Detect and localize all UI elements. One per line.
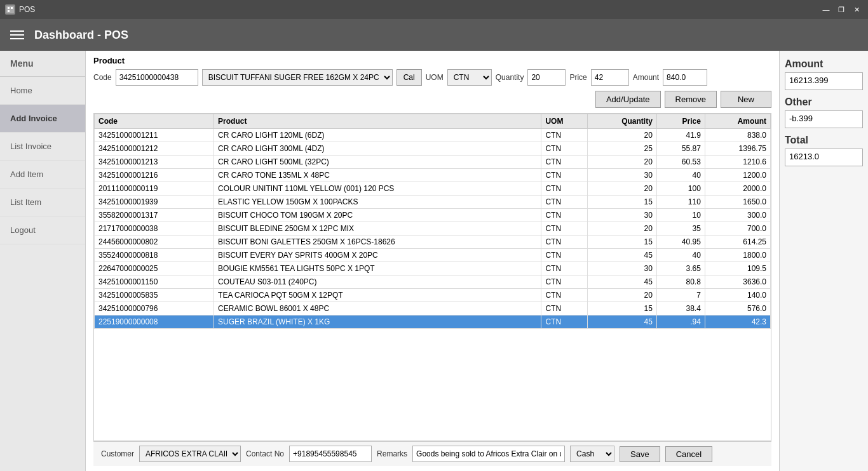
- product-section: Product Code BISCUIT TUFFANI SUGER FREE …: [93, 56, 771, 86]
- amount-label: Amount: [633, 73, 659, 82]
- cell-price: 41.9: [656, 129, 705, 142]
- sidebar-item-logout[interactable]: Logout: [0, 216, 85, 244]
- cell-quantity: 30: [587, 169, 656, 182]
- table-row[interactable]: 34251000001216 CR CARO TONE 135ML X 48PC…: [95, 169, 771, 182]
- uom-select[interactable]: CTN: [447, 69, 492, 86]
- table-row[interactable]: 35524000000818 BISCUIT EVERY DAY SPRITS …: [95, 249, 771, 262]
- svg-rect-3: [8, 10, 10, 12]
- code-label: Code: [93, 73, 112, 82]
- cell-product: CR CARO LIGHT 500ML (32PC): [214, 156, 541, 169]
- col-product: Product: [214, 114, 541, 129]
- table-row[interactable]: 34251000001213 CR CARO LIGHT 500ML (32PC…: [95, 156, 771, 169]
- table-row[interactable]: 20111000000119 COLOUR UNITINT 110ML YELL…: [95, 182, 771, 196]
- product-select[interactable]: BISCUIT TUFFANI SUGER FREE 162GM X 24PC: [202, 69, 393, 86]
- cell-uom: CTN: [541, 315, 587, 329]
- table-row[interactable]: 34251000005835 TEA CARIOCA PQT 50GM X 12…: [95, 289, 771, 302]
- cell-price: 55.87: [656, 142, 705, 156]
- sidebar-menu-label: Menu: [0, 51, 85, 77]
- remarks-input[interactable]: [412, 446, 565, 462]
- quantity-label: Quantity: [496, 73, 524, 82]
- product-title: Product: [93, 56, 771, 65]
- cell-code: 34251000001211: [95, 129, 214, 142]
- sidebar-item-add-invoice[interactable]: Add Invoice: [0, 105, 85, 133]
- cell-uom: CTN: [541, 262, 587, 275]
- table-row[interactable]: 34251000001212 CR CARO LIGHT 300ML (4DZ)…: [95, 142, 771, 156]
- cell-quantity: 45: [587, 275, 656, 289]
- cell-amount: 1210.6: [705, 156, 770, 169]
- cell-uom: CTN: [541, 236, 587, 249]
- table-row[interactable]: 24456000000802 BISCUIT BONI GALETTES 250…: [95, 236, 771, 249]
- new-button[interactable]: New: [721, 91, 771, 108]
- cancel-button[interactable]: Cancel: [665, 446, 712, 462]
- code-input[interactable]: [116, 69, 198, 86]
- cell-code: 21717000000038: [95, 222, 214, 236]
- sidebar-item-add-item[interactable]: Add Item: [0, 161, 85, 189]
- sidebar: Menu Home Add Invoice List Invoice Add I…: [0, 51, 86, 471]
- cell-product: COLOUR UNITINT 110ML YELLOW (001) 120 PC…: [214, 182, 541, 196]
- contact-input[interactable]: [289, 446, 372, 462]
- cell-code: 20111000000119: [95, 182, 214, 196]
- close-button[interactable]: ✕: [850, 3, 863, 16]
- sidebar-item-list-item[interactable]: List Item: [0, 189, 85, 216]
- cell-amount: 1200.0: [705, 169, 770, 182]
- price-label: Price: [569, 73, 587, 82]
- table-row[interactable]: 34251000001211 CR CARO LIGHT 120ML (6DZ)…: [95, 129, 771, 142]
- cell-quantity: 20: [587, 289, 656, 302]
- table-header: Code Product UOM Quantity Price Amount: [95, 114, 771, 129]
- cell-quantity: 20: [587, 182, 656, 196]
- total-section: Total 16213.0: [785, 135, 863, 166]
- price-input[interactable]: [591, 69, 629, 86]
- cell-quantity: 20: [587, 156, 656, 169]
- table-row[interactable]: 22519000000008 SUGER BRAZIL (WHITE) X 1K…: [95, 315, 771, 329]
- cell-quantity: 20: [587, 222, 656, 236]
- cell-price: 35: [656, 222, 705, 236]
- table-row[interactable]: 34251000000796 CERAMIC BOWL 86001 X 48PC…: [95, 302, 771, 315]
- header-title: Dashboard - POS: [34, 29, 128, 42]
- quantity-input[interactable]: [527, 69, 566, 86]
- table-row[interactable]: 34251000001150 COUTEAU S03-011 (240PC) C…: [95, 275, 771, 289]
- cell-amount: 42.3: [705, 315, 770, 329]
- cell-product: CR CARO TONE 135ML X 48PC: [214, 169, 541, 182]
- cell-uom: CTN: [541, 275, 587, 289]
- customer-select[interactable]: AFRICOS EXTRA CLAIR: [139, 446, 241, 462]
- cell-price: .94: [656, 315, 705, 329]
- hamburger-menu[interactable]: [10, 30, 24, 39]
- right-panel: Amount 16213.399 Other -b.399 Total 1621…: [779, 51, 868, 471]
- amount-panel-value: 16213.399: [785, 72, 863, 90]
- table-row[interactable]: 21717000000038 BISCUIT BLEDINE 250GM X 1…: [95, 222, 771, 236]
- sidebar-item-list-invoice[interactable]: List Invoice: [0, 133, 85, 161]
- customer-label: Customer: [101, 449, 134, 458]
- amount-input[interactable]: [663, 69, 707, 86]
- cell-price: 10: [656, 209, 705, 222]
- col-price: Price: [656, 114, 705, 129]
- cell-quantity: 30: [587, 209, 656, 222]
- cell-code: 34251000001213: [95, 156, 214, 169]
- cell-product: CR CARO LIGHT 300ML (4DZ): [214, 142, 541, 156]
- cell-price: 110: [656, 196, 705, 209]
- cell-uom: CTN: [541, 129, 587, 142]
- cell-price: 100: [656, 182, 705, 196]
- add-update-button[interactable]: Add/Update: [595, 91, 661, 108]
- cell-code: 22519000000008: [95, 315, 214, 329]
- cell-code: 35582000001317: [95, 209, 214, 222]
- cell-price: 40: [656, 169, 705, 182]
- sidebar-item-home[interactable]: Home: [0, 77, 85, 105]
- cell-price: 60.53: [656, 156, 705, 169]
- cell-product: BISCUIT BLEDINE 250GM X 12PC MIX: [214, 222, 541, 236]
- main-layout: Menu Home Add Invoice List Invoice Add I…: [0, 51, 868, 471]
- remove-button[interactable]: Remove: [665, 91, 717, 108]
- table-row[interactable]: 34251000001939 ELASTIC YELLOW 150GM X 10…: [95, 196, 771, 209]
- minimize-button[interactable]: —: [820, 3, 832, 16]
- cell-code: 34251000001212: [95, 142, 214, 156]
- maximize-button[interactable]: ❐: [835, 3, 848, 16]
- cell-amount: 109.5: [705, 262, 770, 275]
- table-row[interactable]: 35582000001317 BISCUIT CHOCO TOM 190GM X…: [95, 209, 771, 222]
- cell-code: 35524000000818: [95, 249, 214, 262]
- cell-amount: 1650.0: [705, 196, 770, 209]
- cal-button[interactable]: Cal: [397, 69, 422, 86]
- cell-uom: CTN: [541, 196, 587, 209]
- payment-select[interactable]: CashCreditCheque: [570, 446, 614, 462]
- col-quantity: Quantity: [587, 114, 656, 129]
- table-row[interactable]: 22647000000025 BOUGIE KM5561 TEA LIGHTS …: [95, 262, 771, 275]
- save-button[interactable]: Save: [620, 446, 660, 462]
